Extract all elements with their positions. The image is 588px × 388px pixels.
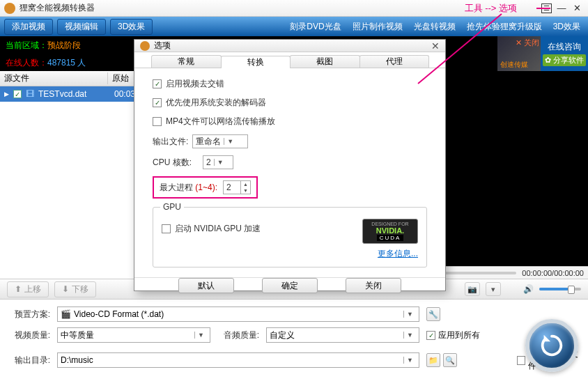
system-decoder-checkbox[interactable] bbox=[153, 98, 162, 107]
default-button[interactable]: 默认 bbox=[178, 278, 234, 293]
out-combo[interactable]: D:\music▼ bbox=[57, 352, 419, 368]
max-process-highlight: 最大进程 (1~4): 2 ▲▼ bbox=[153, 176, 258, 199]
volume-slider[interactable] bbox=[539, 288, 581, 290]
file-list-pane: 源文件 原始 ▶ ✓ 🎞 TESTvcd.dat 00:03 bbox=[0, 71, 137, 279]
options-icon[interactable]: ☰ bbox=[539, 3, 553, 14]
volume-icon[interactable]: 🔊 bbox=[523, 284, 534, 294]
menu-3d[interactable]: 3D效果 bbox=[550, 21, 584, 33]
deinterlace-label: 启用视频去交错 bbox=[166, 78, 224, 90]
apply-all-checkbox[interactable] bbox=[426, 331, 435, 340]
edit-video-button[interactable]: 视频编辑 bbox=[57, 19, 106, 35]
minimize-button[interactable]: — bbox=[555, 3, 568, 14]
titlebar: 狸窝全能视频转换器 工具 --> 选项 ☰ — ✕ bbox=[0, 0, 588, 17]
down-icon: ⬇ bbox=[62, 284, 69, 294]
dialog-close-icon[interactable]: ✕ bbox=[431, 40, 440, 52]
browse-folder-icon[interactable]: 📁 bbox=[426, 353, 440, 367]
close-dialog-button[interactable]: 关闭 bbox=[346, 278, 401, 293]
dialog-title: 选项 bbox=[154, 40, 171, 52]
spin-up-icon[interactable]: ▲ bbox=[241, 181, 250, 187]
timecode: 00:00:00/00:00:00 bbox=[522, 269, 584, 277]
aq-combo[interactable]: 自定义▼ bbox=[266, 327, 419, 343]
max-process-range: (1~4): bbox=[195, 183, 217, 192]
deinterlace-checkbox[interactable] bbox=[153, 79, 162, 88]
tab-convert[interactable]: 转换 bbox=[221, 56, 291, 68]
dialog-tabs: 常规 转换 截图 代理 bbox=[134, 52, 445, 68]
add-video-button[interactable]: 添加视频 bbox=[4, 19, 53, 35]
app-logo bbox=[4, 3, 15, 14]
col-source[interactable]: 源文件 bbox=[0, 72, 108, 84]
output-file-label: 输出文件: bbox=[153, 136, 188, 148]
app-title: 狸窝全能视频转换器 bbox=[20, 2, 95, 14]
tab-screenshot[interactable]: 截图 bbox=[290, 55, 360, 68]
tab-proxy[interactable]: 代理 bbox=[359, 55, 430, 68]
gpu-legend: GPU bbox=[160, 202, 184, 212]
cpu-cores-select[interactable]: 2▼ bbox=[203, 155, 233, 169]
chevron-down-icon: ▼ bbox=[224, 138, 233, 145]
dialog-buttons: 默认 确定 关闭 bbox=[134, 277, 445, 293]
zone-value: 预战阶段 bbox=[47, 40, 81, 50]
snapshot-dropdown[interactable]: ▾ bbox=[486, 282, 501, 296]
film-icon: 🎞 bbox=[26, 89, 34, 99]
mp4-stream-label: MP4文件可以网络流传输播放 bbox=[166, 116, 275, 127]
close-button[interactable]: ✕ bbox=[570, 3, 584, 14]
aq-label: 音频质量: bbox=[217, 329, 259, 341]
online-value: 487815 人 bbox=[47, 58, 86, 68]
open-folder-icon[interactable]: 🔍 bbox=[443, 353, 457, 367]
max-process-label: 最大进程 bbox=[160, 183, 193, 192]
move-down-button[interactable]: ⬇下移 bbox=[54, 281, 96, 297]
expand-icon: ▶ bbox=[4, 91, 9, 98]
system-decoder-label: 优先使用系统安装的解码器 bbox=[166, 97, 266, 109]
consult-label: 在线咨询 bbox=[548, 41, 581, 53]
vq-combo[interactable]: 中等质量▼ bbox=[57, 327, 210, 343]
tab-general[interactable]: 常规 bbox=[151, 55, 222, 68]
chevron-down-icon: ▼ bbox=[403, 332, 416, 339]
file-name: TESTvcd.dat bbox=[38, 89, 86, 99]
chevron-down-icon: ▼ bbox=[403, 311, 416, 318]
banner-cs: 创速传媒 bbox=[500, 60, 528, 70]
dialog-logo bbox=[140, 41, 150, 51]
convert-button[interactable] bbox=[525, 319, 578, 372]
apply-all-label: 应用到所有 bbox=[438, 329, 480, 341]
dialog-body: 启用视频去交错 优先使用系统安装的解码器 MP4文件可以网络流传输播放 输出文件… bbox=[134, 68, 445, 277]
chevron-down-icon: ▼ bbox=[214, 159, 224, 166]
more-info-link[interactable]: 更多信息... bbox=[378, 248, 418, 260]
menu-upgrade[interactable]: 抢先体验狸窝升级版 bbox=[463, 21, 546, 33]
output-file-select[interactable]: 重命名▼ bbox=[192, 134, 248, 148]
column-header: 源文件 原始 bbox=[0, 71, 137, 86]
menu-burn-dvd[interactable]: 刻录DVD光盘 bbox=[286, 21, 344, 33]
preset-combo[interactable]: 🎬Video-CD Format (*.dat)▼ bbox=[57, 306, 419, 322]
mp4-stream-checkbox[interactable] bbox=[153, 117, 162, 126]
settings-panel: 预置方案: 🎬Video-CD Format (*.dat)▼ 🔧 视频质量: … bbox=[0, 300, 588, 376]
chevron-down-icon: ▼ bbox=[403, 357, 416, 364]
snapshot-button[interactable]: 📷 bbox=[465, 282, 480, 296]
preset-label: 预置方案: bbox=[8, 309, 50, 320]
fx-button[interactable]: 3D效果 bbox=[110, 19, 153, 35]
max-process-spinner[interactable]: 2 ▲▼ bbox=[223, 180, 251, 194]
dialog-titlebar: 选项 ✕ bbox=[134, 40, 445, 52]
share-button[interactable]: ✿ 分享软件 bbox=[543, 54, 586, 66]
gpu-label: 启动 NVIDIA GPU 加速 bbox=[175, 223, 261, 235]
cpu-cores-label: CPU 核数: bbox=[153, 157, 192, 169]
spin-down-icon[interactable]: ▼ bbox=[241, 187, 250, 194]
ok-button[interactable]: 确定 bbox=[262, 278, 318, 293]
annotation-text: 工具 --> 选项 bbox=[465, 2, 517, 15]
menu-photo-video[interactable]: 照片制作视频 bbox=[349, 21, 406, 33]
col-original[interactable]: 原始 bbox=[108, 72, 129, 84]
banner-image: ✕ 关闭 创速传媒 bbox=[497, 36, 541, 71]
merge-checkbox[interactable] bbox=[517, 356, 525, 365]
banner-close[interactable]: ✕ 关闭 bbox=[516, 38, 539, 48]
gpu-checkbox[interactable] bbox=[162, 224, 171, 233]
out-label: 输出目录: bbox=[8, 355, 50, 366]
menu-disc-to-video[interactable]: 光盘转视频 bbox=[410, 21, 459, 33]
banner-consult[interactable]: 在线咨询 ✿ 分享软件 bbox=[541, 36, 588, 71]
preset-settings-icon[interactable]: 🔧 bbox=[426, 307, 440, 321]
file-checkbox[interactable]: ✓ bbox=[13, 90, 22, 98]
move-up-button[interactable]: ⬆上移 bbox=[7, 281, 49, 297]
online-label: 在线人数： bbox=[6, 58, 47, 68]
options-dialog: 选项 ✕ 常规 转换 截图 代理 启用视频去交错 优先使用系统安装的解码器 MP… bbox=[134, 39, 446, 291]
zone-label: 当前区域： bbox=[6, 40, 47, 50]
file-row[interactable]: ▶ ✓ 🎞 TESTvcd.dat 00:03 bbox=[0, 86, 137, 102]
toolbar: 添加视频 视频编辑 3D效果 刻录DVD光盘 照片制作视频 光盘转视频 抢先体验… bbox=[0, 17, 588, 36]
cuda-badge: DESIGNED FOR NVIDIA. CUDA bbox=[362, 219, 418, 244]
chevron-down-icon: ▼ bbox=[194, 332, 207, 339]
